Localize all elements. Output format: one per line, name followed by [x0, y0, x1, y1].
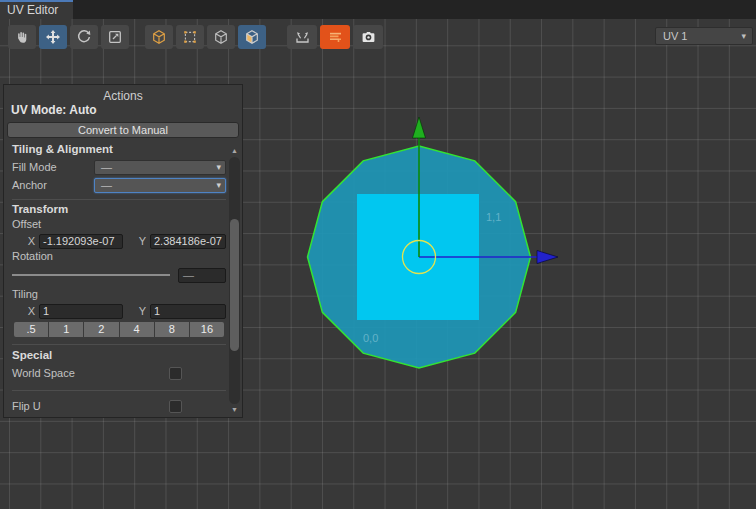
edge-select-icon [182, 29, 198, 45]
panel-title: Actions [4, 85, 242, 103]
tiling-y-field[interactable]: 1 [150, 304, 226, 319]
scale-tool-button[interactable] [101, 25, 129, 49]
flip-u-checkbox[interactable] [169, 400, 182, 413]
fill-mode-dropdown[interactable]: — ▾ [94, 160, 226, 175]
uv-channel-value: UV 1 [663, 30, 687, 42]
convert-to-manual-button[interactable]: Convert to Manual [7, 122, 239, 138]
vertex-selection-button[interactable] [145, 25, 173, 49]
shaded-cube-icon [244, 29, 260, 45]
scale-icon [107, 29, 123, 45]
uv-unit-label: 1,1 [486, 211, 501, 223]
chevron-down-icon: ▾ [216, 180, 221, 190]
flip-u-label: Flip U [12, 400, 41, 412]
tiling-preset-button[interactable]: 8 [155, 322, 190, 337]
world-space-label: World Space [12, 367, 75, 379]
tiling-y-label: Y [136, 305, 146, 317]
vertex-cube-icon [151, 29, 167, 45]
pan-tool-button[interactable] [8, 25, 36, 49]
screenshot-button[interactable] [353, 25, 383, 49]
tab-uv-editor[interactable]: UV Editor [0, 0, 73, 19]
uv-channel-dropdown[interactable]: UV 1 ▾ [655, 27, 753, 45]
anchor-dropdown[interactable]: — ▾ [94, 178, 226, 193]
rotate-tool-button[interactable] [70, 25, 98, 49]
uv-mode-label: UV Mode: Auto [4, 103, 242, 119]
rotation-value-field[interactable]: — [178, 268, 226, 283]
rotation-label: Rotation [12, 250, 226, 266]
transform-header: Transform [12, 203, 226, 218]
uv-origin-label: 0,0 [363, 332, 378, 344]
chevron-down-icon: ▾ [216, 162, 221, 172]
special-header: Special [12, 349, 226, 364]
tiling-preset-button[interactable]: 2 [84, 322, 119, 337]
move-icon [45, 29, 61, 45]
project-uv-button[interactable] [287, 25, 317, 49]
face-selection-button[interactable] [207, 25, 235, 49]
offset-label: Offset [12, 218, 226, 232]
rotation-slider[interactable] [12, 274, 170, 276]
scroll-down-icon[interactable]: ▼ [228, 404, 241, 416]
scroll-up-icon[interactable]: ▲ [228, 145, 241, 157]
chevron-down-icon: ▾ [741, 31, 746, 41]
project-uv-icon [294, 29, 311, 45]
edge-selection-button[interactable] [176, 25, 204, 49]
texture-group-icon [327, 29, 344, 45]
tiling-alignment-header: Tiling & Alignment [12, 143, 226, 158]
tiling-presets: .5 1 2 4 8 16 [14, 322, 224, 337]
toolbar [8, 25, 386, 49]
tab-strip: UV Editor [0, 0, 756, 19]
tiling-preset-button[interactable]: 16 [190, 322, 224, 337]
tiling-x-label: X [25, 305, 35, 317]
camera-icon [360, 29, 377, 45]
fill-mode-label: Fill Mode [12, 161, 94, 173]
tiling-preset-button[interactable]: 4 [120, 322, 155, 337]
texture-group-button[interactable] [320, 25, 350, 49]
actions-panel: Actions UV Mode: Auto Convert to Manual … [3, 84, 243, 418]
anchor-label: Anchor [12, 179, 94, 191]
offset-x-label: X [25, 235, 35, 247]
axis-x-arrow[interactable] [537, 251, 558, 264]
tiling-x-field[interactable]: 1 [39, 304, 123, 319]
offset-y-label: Y [136, 235, 146, 247]
tiling-label: Tiling [12, 288, 226, 302]
anchor-value: — [101, 179, 112, 191]
tiling-preset-button[interactable]: .5 [14, 322, 49, 337]
fill-mode-value: — [101, 161, 112, 173]
scrollbar-thumb[interactable] [230, 219, 239, 351]
face-cube-icon [213, 29, 229, 45]
hand-icon [14, 29, 30, 45]
offset-y-field[interactable]: 2.384186e-07 [150, 234, 226, 249]
panel-scrollbar[interactable]: ▲ ▼ [228, 145, 241, 416]
tiling-preset-button[interactable]: 1 [49, 322, 84, 337]
offset-x-field[interactable]: -1.192093e-07 [39, 234, 123, 249]
section-divider [12, 344, 226, 345]
rotate-icon [76, 29, 92, 45]
move-tool-button[interactable] [39, 25, 67, 49]
section-divider [12, 390, 226, 391]
world-space-checkbox[interactable] [169, 367, 182, 380]
section-divider [12, 199, 226, 200]
shaded-face-selection-button[interactable] [238, 25, 266, 49]
axis-y-arrow[interactable] [413, 117, 426, 138]
